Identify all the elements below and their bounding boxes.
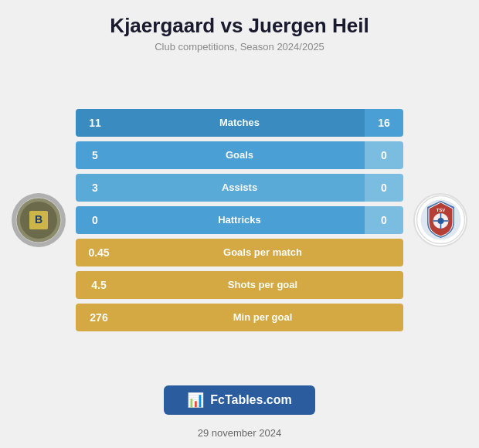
right-team-logo: TSV [409, 193, 471, 247]
assists-right-value: 0 [365, 174, 403, 202]
page-wrapper: Kjaergaard vs Juergen Heil Club competit… [0, 0, 479, 448]
stat-row-min-per-goal: 276 Min per goal [76, 304, 403, 331]
left-team-logo: B [8, 193, 70, 247]
page-title: Kjaergaard vs Juergen Heil [15, 14, 464, 38]
matches-left-value: 11 [76, 109, 114, 137]
svg-text:B: B [35, 213, 42, 226]
stat-row-assists: 3 Assists 0 [76, 174, 403, 202]
fctables-banner[interactable]: 📊 FcTables.com [164, 385, 315, 415]
goals-right-value: 0 [365, 141, 403, 169]
stat-row-goals-per-match: 0.45 Goals per match [76, 239, 403, 266]
stat-row-matches: 11 Matches 16 [76, 109, 403, 137]
right-logo-circle: TSV [413, 193, 467, 247]
goals-left-value: 5 [76, 141, 114, 169]
assists-label: Assists [114, 174, 365, 202]
hattricks-label: Hattricks [114, 206, 365, 234]
svg-text:TSV: TSV [436, 208, 445, 212]
stats-container: 11 Matches 16 5 Goals 0 3 Assists 0 0 Ha… [70, 109, 409, 331]
stat-row-goals: 5 Goals 0 [76, 141, 403, 169]
goals-per-match-value: 0.45 [76, 239, 122, 266]
shots-per-goal-value: 4.5 [76, 271, 122, 299]
stat-row-shots-per-goal: 4.5 Shots per goal [76, 271, 403, 299]
min-per-goal-value: 276 [76, 304, 122, 331]
page-subtitle: Club competitions, Season 2024/2025 [15, 41, 464, 53]
content-area: B 11 Matches 16 5 Goals 0 3 Assists 0 [0, 57, 479, 375]
footer-date: 29 november 2024 [198, 421, 281, 448]
hattricks-right-value: 0 [365, 206, 403, 234]
left-logo-circle: B [12, 193, 66, 247]
matches-right-value: 16 [365, 109, 403, 137]
matches-label: Matches [114, 109, 365, 137]
shots-per-goal-label: Shots per goal [122, 271, 403, 299]
min-per-goal-label: Min per goal [122, 304, 403, 331]
assists-left-value: 3 [76, 174, 114, 202]
goals-per-match-label: Goals per match [122, 239, 403, 266]
fctables-text: FcTables.com [210, 393, 292, 407]
stat-row-hattricks: 0 Hattricks 0 [76, 206, 403, 234]
fctables-icon: 📊 [187, 392, 204, 409]
hattricks-left-value: 0 [76, 206, 114, 234]
title-section: Kjaergaard vs Juergen Heil Club competit… [0, 0, 479, 57]
goals-label: Goals [114, 141, 365, 169]
